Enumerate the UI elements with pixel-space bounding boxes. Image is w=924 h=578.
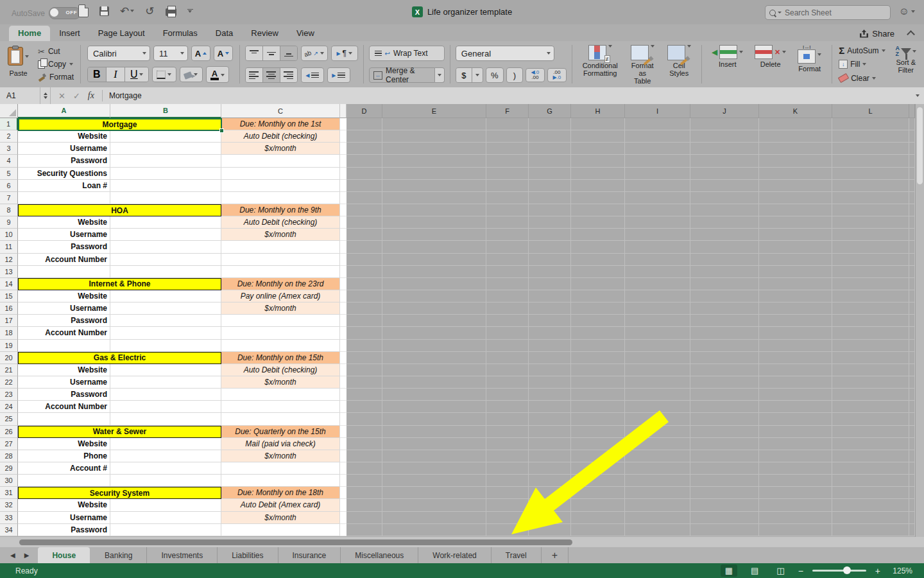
cell[interactable] [486, 192, 529, 204]
cell[interactable] [832, 524, 909, 536]
section-header-cell[interactable]: Water & Sewer [18, 426, 221, 438]
cell[interactable] [382, 426, 486, 438]
note-cell[interactable] [221, 340, 340, 352]
note-cell[interactable]: Due: Monthly on the 18th [221, 487, 340, 499]
borders-button[interactable] [152, 67, 176, 82]
note-cell[interactable]: $x/month [221, 143, 340, 155]
cell[interactable] [625, 524, 690, 536]
cell[interactable] [529, 487, 571, 499]
decrease-indent-button[interactable]: ◀ [301, 67, 324, 83]
cell[interactable] [529, 401, 571, 413]
cell[interactable] [690, 364, 759, 376]
note-cell[interactable]: Due: Monthly on the 23rd [221, 278, 340, 290]
cell[interactable] [346, 302, 382, 315]
cell[interactable] [382, 204, 486, 216]
cell[interactable] [346, 512, 382, 524]
cell[interactable] [690, 229, 759, 241]
cell[interactable] [486, 475, 529, 487]
cell[interactable] [759, 438, 832, 450]
cell[interactable] [529, 143, 571, 155]
note-cell[interactable] [221, 254, 340, 266]
zoom-slider-knob[interactable] [843, 566, 851, 574]
cell[interactable] [382, 278, 486, 290]
row-header[interactable]: 24 [0, 401, 18, 413]
cell[interactable] [625, 352, 690, 364]
cell[interactable] [759, 462, 832, 475]
cell[interactable] [625, 241, 690, 253]
cell[interactable] [690, 290, 759, 302]
cell[interactable] [346, 401, 382, 413]
cell[interactable] [340, 462, 346, 475]
cell[interactable] [571, 340, 625, 352]
cell-styles-button[interactable]: CellStyles [663, 45, 695, 84]
cell[interactable] [690, 241, 759, 253]
cell[interactable] [529, 130, 571, 143]
row-header[interactable]: 30 [0, 475, 18, 487]
paste-button[interactable] [4, 44, 33, 68]
cell[interactable] [690, 438, 759, 450]
column-header-K[interactable]: K [759, 104, 832, 118]
italic-button[interactable]: I [107, 67, 125, 82]
cell[interactable] [340, 290, 346, 302]
cell[interactable] [110, 241, 221, 253]
cell[interactable] [486, 229, 529, 241]
cell[interactable] [340, 364, 346, 376]
row-header[interactable]: 4 [0, 155, 18, 167]
column-header-C[interactable]: C [221, 104, 340, 118]
label-cell[interactable] [18, 266, 110, 278]
cell[interactable] [759, 413, 832, 425]
sheet-tab-miscellaneous[interactable]: Miscellaneous [341, 547, 418, 563]
cell[interactable] [486, 401, 529, 413]
cell[interactable] [486, 426, 529, 438]
row-header[interactable]: 32 [0, 499, 18, 511]
font-color-button[interactable]: A [206, 66, 229, 83]
font-size-select[interactable]: 11 [153, 46, 188, 61]
cell[interactable] [340, 376, 346, 389]
cell[interactable] [529, 266, 571, 278]
label-cell[interactable]: Username [18, 376, 110, 389]
cell[interactable] [340, 340, 346, 352]
label-cell[interactable]: Username [18, 302, 110, 315]
cell[interactable] [571, 180, 625, 192]
row-header[interactable]: 3 [0, 143, 18, 155]
cell[interactable] [529, 290, 571, 302]
cell[interactable] [110, 290, 221, 302]
cell[interactable] [110, 364, 221, 376]
cell[interactable] [832, 352, 909, 364]
cell[interactable] [690, 376, 759, 389]
cell[interactable] [832, 143, 909, 155]
currency-dropdown[interactable] [472, 68, 483, 82]
row-header[interactable]: 6 [0, 180, 18, 192]
note-cell[interactable] [221, 389, 340, 401]
cell[interactable] [110, 475, 221, 487]
share-button[interactable]: Share [859, 29, 894, 39]
note-cell[interactable] [221, 524, 340, 536]
cell[interactable] [759, 216, 832, 229]
cell[interactable] [832, 168, 909, 180]
label-cell[interactable] [18, 192, 110, 204]
cell[interactable] [382, 499, 486, 511]
note-cell[interactable]: Due: Monthly on the 1st [221, 118, 340, 130]
row-header[interactable]: 11 [0, 241, 18, 253]
cell[interactable] [382, 475, 486, 487]
tab-insert[interactable]: Insert [50, 26, 89, 41]
select-all-corner[interactable] [0, 104, 18, 118]
cell[interactable] [690, 340, 759, 352]
cell[interactable] [382, 266, 486, 278]
cell[interactable] [110, 462, 221, 475]
cell[interactable] [832, 364, 909, 376]
cell[interactable] [486, 512, 529, 524]
cell[interactable] [382, 524, 486, 536]
cell[interactable] [346, 143, 382, 155]
cell[interactable] [571, 290, 625, 302]
name-box-stepper[interactable] [40, 87, 51, 104]
cancel-entry-button[interactable]: ✕ [58, 91, 65, 101]
cell[interactable] [110, 401, 221, 413]
cell[interactable] [571, 450, 625, 462]
note-cell[interactable] [221, 241, 340, 253]
cell[interactable] [690, 450, 759, 462]
cell[interactable] [486, 487, 529, 499]
cell[interactable] [382, 192, 486, 204]
cell[interactable] [571, 376, 625, 389]
cell[interactable] [690, 512, 759, 524]
